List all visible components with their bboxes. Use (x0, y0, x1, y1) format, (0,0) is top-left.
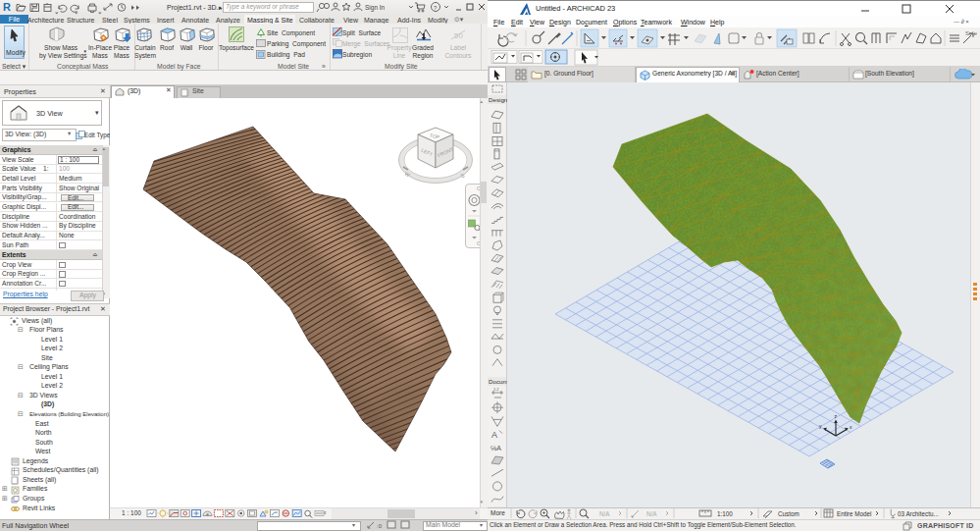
svg-text:℅A: ℅A (490, 445, 501, 451)
svg-text:N/A: N/A (599, 510, 610, 517)
svg-text:A: A (491, 430, 497, 440)
svg-text::0: :0 (377, 523, 383, 529)
svg-text:Sign In: Sign In (365, 4, 386, 12)
svg-text:Design: Design (489, 96, 507, 103)
svg-text:Sele: Sele (965, 30, 978, 36)
svg-text:?: ? (434, 5, 438, 11)
svg-text:03 Architectu...: 03 Architectu... (898, 510, 939, 517)
svg-text:Custom: Custom (778, 510, 799, 517)
svg-text:1:100: 1:100 (717, 510, 733, 517)
svg-text:N/A: N/A (646, 510, 657, 517)
svg-text:50: 50 (454, 31, 463, 40)
svg-text:Entire Model: Entire Model (837, 510, 871, 517)
svg-text:1.2: 1.2 (493, 387, 499, 392)
svg-text:Docume: Docume (489, 378, 507, 385)
